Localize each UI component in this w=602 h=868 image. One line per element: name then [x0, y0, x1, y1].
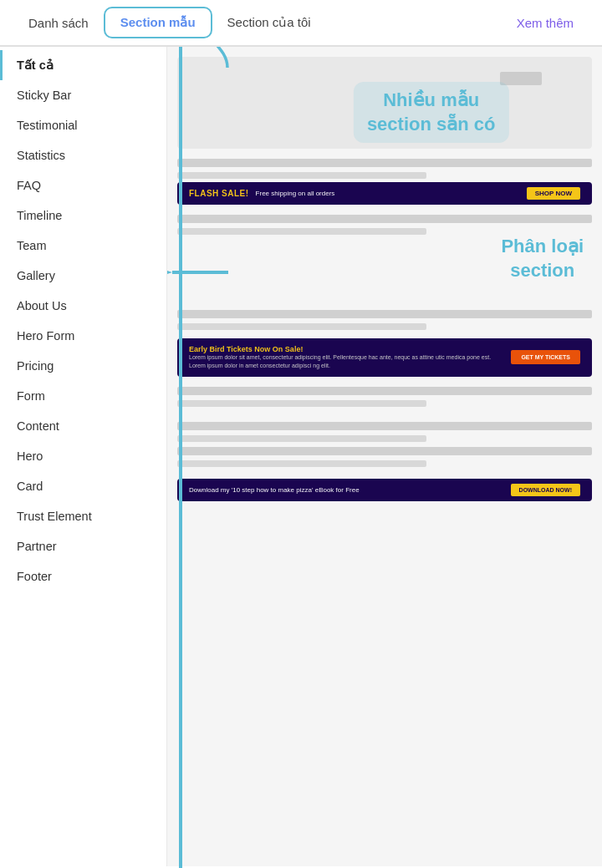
early-bird-btn[interactable]: GET MY TICKETS: [511, 350, 580, 364]
early-bird-bar: Early Bird Tickets Now On Sale! Lorem ip…: [177, 338, 592, 377]
spacer-4: [177, 228, 426, 235]
spacer-5: [177, 310, 592, 318]
arrow-up-annotation: [186, 47, 253, 75]
flash-sale-btn[interactable]: SHOP NOW: [527, 187, 580, 200]
tab-danh-sach[interactable]: Danh sách: [13, 9, 104, 37]
sidebar-item-trust-element[interactable]: Trust Element: [0, 501, 166, 531]
sidebar-item-form[interactable]: Form: [0, 381, 166, 411]
download-btn[interactable]: DOWNLOAD NOW!: [511, 484, 580, 496]
annotation-nhieu-mau-text: Nhiều mẫu section sẵn có: [367, 89, 496, 136]
sidebar-item-tat-ca[interactable]: Tất cả: [0, 50, 166, 80]
flash-sale-title: FLASH SALE!: [189, 189, 249, 198]
tab-section-mau[interactable]: Section mẫu: [104, 7, 212, 38]
sidebar-item-hero[interactable]: Hero: [0, 441, 166, 471]
spacer-7: [177, 387, 592, 395]
early-bird-left: Early Bird Tickets Now On Sale! Lorem ip…: [189, 345, 511, 370]
arrow-left-annotation: [167, 251, 232, 297]
annotation-nhieu-mau: Nhiều mẫu section sẵn có: [354, 82, 509, 143]
main-layout: Tất cả Sticky Bar Testimonial Statistics…: [0, 47, 602, 866]
sidebar: Tất cả Sticky Bar Testimonial Statistics…: [0, 47, 167, 866]
preview-early-bird: Early Bird Tickets Now On Sale! Lorem ip…: [177, 338, 592, 377]
sidebar-item-testimonial[interactable]: Testimonial: [0, 110, 166, 140]
phan-loai-text: Phân loại section: [501, 235, 584, 282]
spacer-3: [177, 215, 592, 223]
phan-loai-container: Phân loại section: [177, 243, 592, 302]
spacer-11: [177, 447, 592, 455]
sidebar-item-faq[interactable]: FAQ: [0, 170, 166, 201]
first-preview-wrapper: Nhiều mẫu section sẵn có: [177, 57, 592, 149]
preview-download: Download my '10 step how to make pizza' …: [177, 479, 592, 501]
spacer-6: [177, 323, 426, 330]
flash-sale-bar: FLASH SALE! Free shipping on all orders …: [177, 182, 592, 205]
spacer-12: [177, 460, 426, 467]
tab-section-cua-toi[interactable]: Section của tôi: [212, 8, 326, 37]
sidebar-item-gallery[interactable]: Gallery: [0, 261, 166, 291]
sidebar-item-hero-form[interactable]: Hero Form: [0, 321, 166, 351]
sidebar-item-footer[interactable]: Footer: [0, 561, 166, 591]
placeholder-rect: [500, 72, 542, 85]
tab-xem-them[interactable]: Xem thêm: [502, 9, 589, 37]
sidebar-item-timeline[interactable]: Timeline: [0, 201, 166, 231]
spacer-8: [177, 400, 426, 407]
early-bird-title: Early Bird Tickets Now On Sale!: [189, 345, 501, 353]
early-bird-text: Lorem ipsum dolor sit amet, consectetur …: [189, 354, 491, 368]
download-bar: Download my '10 step how to make pizza' …: [177, 479, 592, 501]
spacer-9: [177, 422, 592, 430]
sidebar-item-pricing[interactable]: Pricing: [0, 351, 166, 381]
flash-sale-subtitle: Free shipping on all orders: [256, 190, 335, 197]
content-area: Nhiều mẫu section sẵn có FLASH SALE! Fre…: [167, 47, 602, 866]
sidebar-item-sticky-bar[interactable]: Sticky Bar: [0, 80, 166, 110]
preview-flash-sale: FLASH SALE! Free shipping on all orders …: [177, 182, 592, 205]
sidebar-item-team[interactable]: Team: [0, 231, 166, 261]
spacer-10: [177, 435, 426, 442]
spacer-1: [177, 159, 592, 167]
sidebar-item-content[interactable]: Content: [0, 411, 166, 441]
sidebar-item-card[interactable]: Card: [0, 471, 166, 501]
flash-sale-left: FLASH SALE! Free shipping on all orders: [189, 189, 334, 198]
sidebar-item-about-us[interactable]: About Us: [0, 291, 166, 321]
spacer-2: [177, 172, 426, 179]
sidebar-item-statistics[interactable]: Statistics: [0, 140, 166, 170]
tab-bar: Danh sách Section mẫu Section của tôi Xe…: [0, 0, 602, 47]
sidebar-item-partner[interactable]: Partner: [0, 531, 166, 561]
download-text: Download my '10 step how to make pizza' …: [189, 486, 360, 494]
